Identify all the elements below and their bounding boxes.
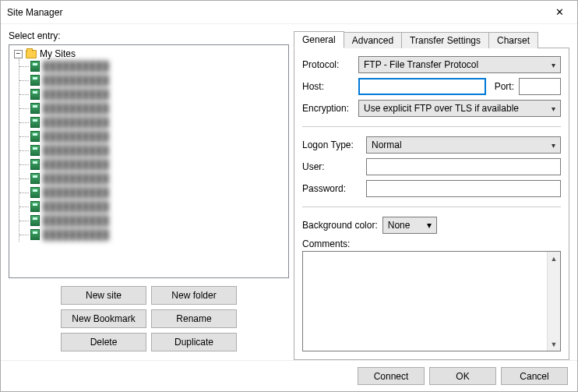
host-label: Host:	[302, 81, 354, 92]
site-item-label: ██████████	[43, 215, 132, 226]
tree-site-item[interactable]: ██████████	[19, 87, 284, 101]
host-port-row: Host: Port:	[302, 78, 561, 95]
separator	[302, 207, 561, 207]
site-icon	[30, 103, 40, 114]
titlebar: Site Manager ✕	[1, 1, 577, 24]
ok-button[interactable]: OK	[429, 367, 496, 385]
site-icon	[30, 117, 40, 128]
tab-general[interactable]: General	[294, 31, 344, 48]
user-row: User:	[302, 158, 561, 175]
collapse-icon[interactable]: −	[14, 50, 23, 58]
tree-site-item[interactable]: ██████████	[19, 59, 284, 73]
encryption-value: Use explicit FTP over TLS if available	[364, 103, 519, 114]
protocol-row: Protocol: FTP - File Transfer Protocol ▾	[302, 56, 561, 73]
tree-root[interactable]: − My Sites	[14, 48, 284, 59]
site-item-label: ██████████	[43, 145, 97, 156]
site-icon	[30, 229, 40, 240]
password-input[interactable]	[366, 180, 561, 197]
scroll-up-icon[interactable]: ▲	[548, 252, 560, 265]
new-bookmark-button[interactable]: New Bookmark	[61, 309, 146, 328]
site-icon	[30, 159, 40, 170]
tree-site-item[interactable]: ██████████	[19, 143, 284, 157]
tree-site-item[interactable]: ██████████	[19, 200, 284, 214]
site-icon	[30, 131, 40, 142]
tree-site-item[interactable]: ██████████	[19, 129, 284, 143]
bgcolor-select[interactable]: None ▾	[382, 217, 437, 234]
site-item-label: ██████████	[43, 103, 90, 114]
tree-site-item[interactable]: ██████████	[19, 157, 284, 171]
logon-type-value: Normal	[372, 139, 402, 150]
tree-root-label: My Sites	[40, 48, 76, 59]
logon-type-label: Logon Type:	[302, 139, 361, 150]
chevron-down-icon: ▾	[427, 220, 432, 231]
encryption-row: Encryption: Use explicit FTP over TLS if…	[302, 100, 561, 117]
footer: Connect OK Cancel	[1, 360, 577, 391]
cancel-button[interactable]: Cancel	[501, 367, 568, 385]
site-item-label: ██████████	[43, 75, 129, 86]
tree-site-item[interactable]: ██████████	[19, 185, 284, 200]
tab-advanced[interactable]: Advanced	[344, 32, 402, 48]
comments-textarea-wrap: ▲ ▼	[302, 251, 561, 351]
site-icon	[30, 61, 40, 72]
tree-site-item[interactable]: ██████████	[19, 101, 284, 115]
tab-panel-general: Protocol: FTP - File Transfer Protocol ▾…	[294, 48, 569, 360]
password-row: Password:	[302, 180, 561, 197]
site-icon	[30, 173, 40, 184]
encryption-select[interactable]: Use explicit FTP over TLS if available ▾	[358, 100, 561, 117]
scroll-down-icon[interactable]: ▼	[548, 337, 560, 351]
protocol-label: Protocol:	[302, 59, 354, 70]
site-item-label: ██████████	[43, 117, 78, 128]
site-icon	[30, 215, 40, 226]
site-icon	[30, 89, 40, 100]
new-site-button[interactable]: New site	[61, 286, 146, 305]
chevron-down-icon: ▾	[552, 104, 555, 113]
site-item-label: ██████████	[43, 229, 101, 240]
separator	[302, 126, 561, 127]
site-icon	[30, 75, 40, 86]
site-icon	[30, 145, 40, 156]
site-item-label: ██████████	[43, 159, 90, 170]
encryption-label: Encryption:	[302, 103, 354, 114]
duplicate-button[interactable]: Duplicate	[151, 333, 237, 351]
site-item-label: ██████████	[43, 187, 109, 198]
tab-bar: General Advanced Transfer Settings Chars…	[294, 30, 569, 48]
window-close-button[interactable]: ✕	[542, 1, 577, 24]
tree-site-item[interactable]: ██████████	[19, 73, 284, 87]
comments-scrollbar[interactable]: ▲ ▼	[547, 252, 560, 351]
bgcolor-label: Background color:	[302, 220, 378, 231]
close-icon: ✕	[555, 6, 564, 18]
site-icon	[30, 187, 40, 198]
comments-section: Comments: ▲ ▼	[302, 238, 561, 351]
tree-children: ████████████████████████████████████████…	[19, 59, 284, 242]
delete-button[interactable]: Delete	[61, 333, 146, 351]
site-manager-window: Site Manager ✕ Select entry: − My Sites …	[0, 0, 578, 392]
select-entry-label: Select entry:	[9, 30, 289, 41]
port-input[interactable]	[519, 78, 561, 95]
site-item-label: ██████████	[43, 201, 105, 212]
chevron-down-icon: ▾	[552, 141, 555, 150]
new-folder-button[interactable]: New folder	[151, 286, 237, 305]
right-panel: General Advanced Transfer Settings Chars…	[294, 30, 569, 360]
tree-site-item[interactable]: ██████████	[19, 115, 284, 129]
tree-site-item[interactable]: ██████████	[19, 171, 284, 185]
connect-button[interactable]: Connect	[358, 367, 425, 385]
bgcolor-value: None	[388, 220, 411, 231]
protocol-value: FTP - File Transfer Protocol	[364, 59, 478, 70]
comments-textarea[interactable]	[303, 252, 547, 351]
tab-charset[interactable]: Charset	[488, 32, 538, 48]
site-item-label: ██████████	[43, 173, 105, 184]
site-tree[interactable]: − My Sites █████████████████████████████…	[9, 44, 289, 278]
tab-transfer-settings[interactable]: Transfer Settings	[401, 32, 489, 48]
tree-site-item[interactable]: ██████████	[19, 228, 284, 242]
user-label: User:	[302, 161, 361, 172]
protocol-select[interactable]: FTP - File Transfer Protocol ▾	[358, 56, 561, 73]
user-input[interactable]	[366, 158, 561, 175]
site-icon	[30, 201, 40, 212]
site-action-buttons: New site New folder New Bookmark Rename …	[9, 286, 289, 351]
host-input[interactable]	[358, 78, 486, 95]
logon-type-select[interactable]: Normal ▾	[366, 136, 561, 154]
site-item-label: ██████████	[43, 61, 117, 72]
password-label: Password:	[302, 183, 361, 194]
tree-site-item[interactable]: ██████████	[19, 214, 284, 228]
rename-button[interactable]: Rename	[151, 309, 237, 328]
